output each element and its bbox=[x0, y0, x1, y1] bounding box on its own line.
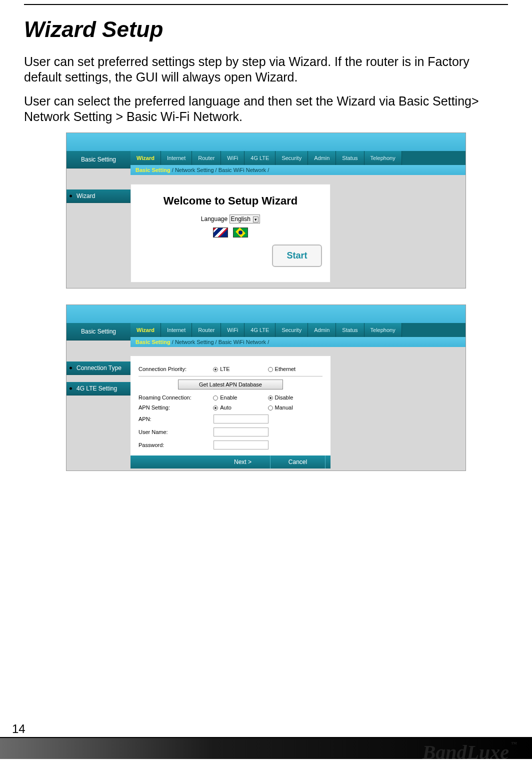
screenshot-wizard-welcome: Basic Setting Wizard Wizard Internet Rou… bbox=[66, 132, 466, 288]
tab-internet[interactable]: Internet bbox=[161, 323, 192, 337]
intro-para-1: User can set preferred settings step by … bbox=[24, 54, 508, 86]
tab-router[interactable]: Router bbox=[192, 151, 221, 165]
tab-4glte[interactable]: 4G LTE bbox=[244, 323, 276, 337]
cancel-button[interactable]: Cancel bbox=[270, 456, 326, 468]
label-username: User Name: bbox=[138, 429, 214, 435]
breadcrumb: Basic Setting / Network Setting / Basic … bbox=[130, 337, 466, 347]
tab-admin[interactable]: Admin bbox=[308, 323, 336, 337]
welcome-heading: Welcome to Setup Wizard bbox=[139, 194, 322, 208]
sidebar-item-4glte-setting[interactable]: 4G LTE Setting bbox=[66, 382, 130, 396]
brand-logo: BandLuxe™ bbox=[422, 740, 517, 764]
chevron-down-icon[interactable]: ▾ bbox=[253, 216, 258, 222]
radio-apn-manual[interactable] bbox=[268, 406, 273, 410]
username-input[interactable] bbox=[214, 428, 268, 436]
label-connection-priority: Connection Priority: bbox=[138, 366, 213, 372]
language-label: Language bbox=[201, 216, 228, 222]
sidebar-item-connection-type[interactable]: Connection Type bbox=[66, 362, 130, 375]
crumb-basic-wifi[interactable]: Basic WiFi Network bbox=[218, 339, 266, 345]
radio-lte[interactable] bbox=[213, 367, 218, 372]
tab-status[interactable]: Status bbox=[336, 151, 364, 165]
label-password: Password: bbox=[138, 442, 214, 448]
password-input[interactable] bbox=[214, 440, 268, 450]
crumb-network-setting[interactable]: Network Setting bbox=[175, 167, 214, 173]
tab-router[interactable]: Router bbox=[192, 323, 221, 337]
tab-admin[interactable]: Admin bbox=[308, 151, 336, 165]
flag-uk-icon[interactable] bbox=[213, 228, 228, 238]
radio-apn-auto[interactable] bbox=[213, 406, 218, 410]
start-button[interactable]: Start bbox=[272, 244, 322, 267]
tab-wizard[interactable]: Wizard bbox=[130, 323, 161, 337]
crumb-network-setting[interactable]: Network Setting bbox=[175, 339, 214, 345]
page-number: 14 bbox=[12, 722, 26, 736]
tab-telephony[interactable]: Telephony bbox=[364, 323, 402, 337]
tab-security[interactable]: Security bbox=[276, 151, 308, 165]
intro-para-2: User can select the preferred language a… bbox=[24, 94, 508, 125]
sidebar-head[interactable]: Basic Setting bbox=[66, 151, 130, 168]
crumb-basic-wifi[interactable]: Basic WiFi Network bbox=[218, 167, 266, 173]
tab-status[interactable]: Status bbox=[336, 323, 364, 337]
tab-wizard[interactable]: Wizard bbox=[130, 151, 161, 165]
tab-wifi[interactable]: WiFi bbox=[221, 323, 244, 337]
next-button[interactable]: Next > bbox=[216, 456, 270, 468]
radio-ethernet[interactable] bbox=[268, 367, 273, 372]
flag-brazil-icon[interactable] bbox=[233, 228, 248, 238]
get-latest-apn-button[interactable]: Get Latest APN Database bbox=[178, 380, 283, 390]
label-apn: APN: bbox=[138, 416, 214, 422]
tab-internet[interactable]: Internet bbox=[161, 151, 192, 165]
apn-input[interactable] bbox=[214, 414, 268, 424]
tab-security[interactable]: Security bbox=[276, 323, 308, 337]
tab-wifi[interactable]: WiFi bbox=[221, 151, 244, 165]
sidebar-item-wizard[interactable]: Wizard bbox=[66, 190, 130, 203]
label-apn-setting: APN Setting: bbox=[138, 404, 213, 410]
tab-telephony[interactable]: Telephony bbox=[364, 151, 402, 165]
radio-roaming-disable[interactable] bbox=[268, 396, 273, 400]
tab-4glte[interactable]: 4G LTE bbox=[244, 151, 276, 165]
page-title: Wizard Setup bbox=[24, 17, 508, 42]
radio-roaming-enable[interactable] bbox=[213, 396, 218, 400]
breadcrumb: Basic Setting / Network Setting / Basic … bbox=[130, 165, 466, 175]
screenshot-connection-type: Basic Setting Connection Type 4G LTE Set… bbox=[66, 304, 466, 471]
language-select[interactable]: English ▾ bbox=[230, 214, 260, 224]
crumb-basic-setting[interactable]: Basic Setting bbox=[136, 167, 170, 173]
sidebar-head[interactable]: Basic Setting bbox=[66, 323, 130, 340]
label-roaming: Roaming Connection: bbox=[138, 394, 213, 400]
crumb-basic-setting[interactable]: Basic Setting bbox=[136, 339, 170, 345]
